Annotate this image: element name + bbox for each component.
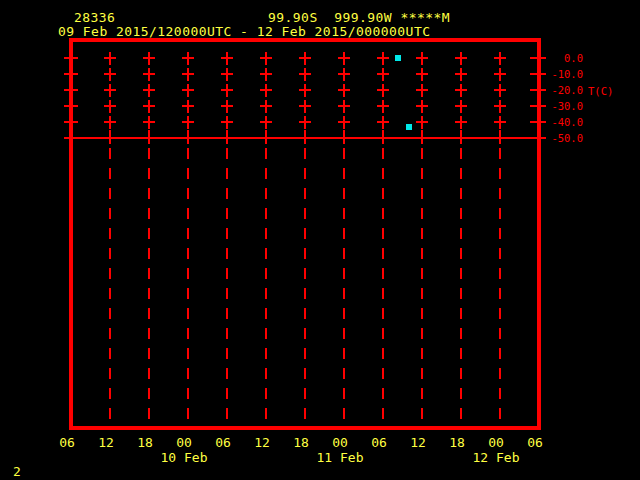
grid-plus-horizontal — [338, 105, 350, 107]
grid-plus-horizontal — [416, 89, 428, 91]
grid-plus-horizontal — [182, 105, 194, 107]
grid-plus-horizontal — [260, 105, 272, 107]
grid-plus-horizontal — [143, 89, 155, 91]
grid-plus-horizontal — [377, 121, 389, 123]
x-tick-label: 12 — [254, 436, 270, 449]
plot-area: 0.0-10.0-20.0-30.0-40.0-50.00612180010 F… — [0, 0, 640, 480]
grid-dashed-line — [187, 148, 189, 424]
grid-plus-horizontal — [104, 105, 116, 107]
grid-plus-horizontal — [182, 89, 194, 91]
grid-plus-horizontal — [299, 89, 311, 91]
grid-plus-horizontal — [377, 57, 389, 59]
grid-plus-horizontal — [299, 105, 311, 107]
x-date-label: 12 Feb — [473, 451, 520, 464]
grid-plus-horizontal — [494, 105, 506, 107]
y-tick-left — [64, 57, 78, 59]
grid-plus-horizontal — [104, 89, 116, 91]
grid-plus-horizontal — [104, 57, 116, 59]
y-tick-left — [64, 121, 78, 123]
x-tick-label: 12 — [410, 436, 426, 449]
grid-plus-horizontal — [104, 73, 116, 75]
grid-plus-horizontal — [221, 121, 233, 123]
grid-dashed-line — [265, 148, 267, 424]
grid-plus-horizontal — [455, 105, 467, 107]
y-tick-label: 0.0 — [543, 52, 583, 64]
grid-plus-horizontal — [494, 121, 506, 123]
x-tick-label: 06 — [527, 436, 543, 449]
grid-plus-horizontal — [377, 73, 389, 75]
grid-plus-horizontal — [494, 57, 506, 59]
grid-dashed-line — [460, 148, 462, 424]
x-date-label: 10 Feb — [161, 451, 208, 464]
grid-plus-horizontal — [494, 89, 506, 91]
grid-plus-horizontal — [455, 73, 467, 75]
grid-plus-horizontal — [260, 73, 272, 75]
grid-plus-horizontal — [260, 57, 272, 59]
grid-plus-horizontal — [221, 57, 233, 59]
x-tick-label: 18 — [449, 436, 465, 449]
grid-plus-horizontal — [455, 89, 467, 91]
grid-plus-horizontal — [455, 121, 467, 123]
y-tick-label: -10.0 — [543, 68, 583, 80]
grid-plus-horizontal — [143, 57, 155, 59]
data-point — [406, 124, 412, 130]
grid-baseline-dash — [499, 130, 501, 144]
y-tick-left — [64, 105, 78, 107]
y-axis-title: T(C) — [588, 85, 613, 97]
y-tick-label: -20.0 — [543, 84, 583, 96]
grid-plus-horizontal — [260, 89, 272, 91]
grid-dashed-line — [109, 148, 111, 424]
grid-baseline-dash — [421, 130, 423, 144]
grid-plus-horizontal — [221, 73, 233, 75]
grid-baseline-dash — [460, 130, 462, 144]
grid-baseline-dash — [265, 130, 267, 144]
x-tick-label: 00 — [176, 436, 192, 449]
grid-baseline-dash — [148, 130, 150, 144]
x-tick-label: 00 — [332, 436, 348, 449]
grid-plus-horizontal — [143, 105, 155, 107]
grid-plus-horizontal — [494, 73, 506, 75]
y-tick-label: -30.0 — [543, 100, 583, 112]
grid-baseline-dash — [109, 130, 111, 144]
grid-dashed-line — [148, 148, 150, 424]
grid-dashed-line — [421, 148, 423, 424]
grid-plus-horizontal — [104, 121, 116, 123]
grid-baseline-dash — [382, 130, 384, 144]
y-tick-label: -50.0 — [543, 132, 583, 144]
grid-baseline-dash — [304, 130, 306, 144]
grid-plus-horizontal — [143, 121, 155, 123]
grid-plus-horizontal — [221, 89, 233, 91]
x-tick-label: 12 — [98, 436, 114, 449]
grid-plus-horizontal — [182, 57, 194, 59]
grid-plus-horizontal — [260, 121, 272, 123]
y-tick-left — [64, 89, 78, 91]
grid-plus-horizontal — [338, 57, 350, 59]
grid-plus-horizontal — [416, 57, 428, 59]
grid-plus-horizontal — [143, 73, 155, 75]
grid-plus-horizontal — [455, 57, 467, 59]
grid-plus-horizontal — [182, 73, 194, 75]
grid-dashed-line — [382, 148, 384, 424]
grid-plus-horizontal — [221, 105, 233, 107]
grid-dashed-line — [499, 148, 501, 424]
grid-plus-horizontal — [416, 73, 428, 75]
grid-plus-horizontal — [338, 89, 350, 91]
grid-plus-horizontal — [299, 57, 311, 59]
grid-dashed-line — [304, 148, 306, 424]
y-tick-label: -40.0 — [543, 116, 583, 128]
grid-plus-horizontal — [299, 73, 311, 75]
y-tick-left — [64, 73, 78, 75]
grid-plus-horizontal — [338, 121, 350, 123]
x-date-label: 11 Feb — [317, 451, 364, 464]
x-tick-label: 06 — [59, 436, 75, 449]
x-tick-label: 00 — [488, 436, 504, 449]
x-tick-label: 06 — [215, 436, 231, 449]
grid-dashed-line — [343, 148, 345, 424]
grid-plus-horizontal — [299, 121, 311, 123]
grid-plus-horizontal — [416, 105, 428, 107]
x-tick-label: 18 — [137, 436, 153, 449]
grid-plus-horizontal — [182, 121, 194, 123]
grid-plus-horizontal — [377, 89, 389, 91]
grid-plus-horizontal — [338, 73, 350, 75]
grid-plus-horizontal — [377, 105, 389, 107]
